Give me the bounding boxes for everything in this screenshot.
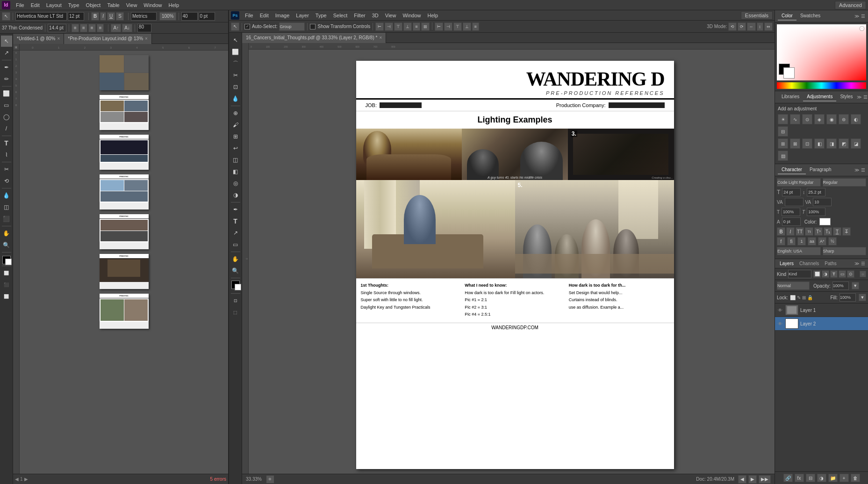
ps-clone-tool[interactable]: ⊞ bbox=[230, 131, 241, 142]
font-name-input[interactable] bbox=[15, 12, 67, 21]
align-bottom[interactable]: ⊞ bbox=[421, 22, 430, 31]
ps-eyedropper-tool[interactable]: 💧 bbox=[230, 93, 241, 104]
align-top[interactable]: ⊥ bbox=[403, 22, 412, 31]
font-size-input[interactable] bbox=[68, 12, 84, 21]
char-aa-btn[interactable]: aa bbox=[808, 237, 816, 246]
fill-dropdown[interactable]: ▼ bbox=[859, 294, 866, 301]
adj-color-lookup[interactable]: ⊠ bbox=[790, 138, 800, 149]
menu-edit-id[interactable]: Edit bbox=[28, 1, 43, 9]
char-style-select[interactable]: Regular bbox=[823, 178, 867, 187]
adj-bw[interactable]: ◐ bbox=[851, 114, 861, 124]
adj-brightness[interactable]: ☀ bbox=[778, 114, 788, 124]
leading-input[interactable] bbox=[181, 12, 198, 21]
char-small-caps-btn[interactable]: Tt bbox=[805, 227, 813, 236]
page-thumb-4[interactable]: PREDYNC bbox=[100, 174, 149, 209]
color-gradient-container[interactable] bbox=[777, 24, 866, 80]
distribute-right[interactable]: ⊤ bbox=[453, 22, 462, 31]
ps-status-icon[interactable]: ⊕ bbox=[266, 476, 274, 483]
color-panel-collapse[interactable]: ≫ bbox=[854, 14, 859, 19]
3d-roll[interactable]: ⟳ bbox=[738, 22, 746, 31]
opacity-dropdown[interactable]: ▼ bbox=[852, 282, 859, 289]
ps-blur-tool[interactable]: ◎ bbox=[230, 178, 241, 189]
auto-select-checkbox[interactable]: ✓ bbox=[244, 24, 250, 29]
ps-pen-tool[interactable]: ✒ bbox=[230, 204, 241, 215]
lock-position-icon[interactable]: ✎ bbox=[797, 295, 801, 300]
menu-view-id[interactable]: View bbox=[123, 1, 140, 9]
distribute-center-h[interactable]: ⊣ bbox=[444, 22, 452, 31]
layers-link-btn[interactable]: 🔗 bbox=[783, 474, 793, 482]
layers-fx-btn[interactable]: fx bbox=[795, 474, 804, 482]
background-box[interactable] bbox=[783, 67, 795, 79]
menu-image-ps[interactable]: Image bbox=[273, 12, 293, 19]
lock-pixel-icon[interactable]: ⬜ bbox=[790, 295, 796, 300]
tab-character[interactable]: Character bbox=[778, 166, 806, 174]
ps-nav-play[interactable]: ▶ bbox=[748, 475, 757, 484]
tab-swatches[interactable]: Swatches bbox=[796, 12, 824, 21]
char-aa-select[interactable]: Sharp bbox=[823, 247, 867, 255]
ps-history-brush[interactable]: ↩ bbox=[230, 143, 241, 154]
menu-layout-id[interactable]: Layout bbox=[43, 1, 65, 9]
char-panel-collapse[interactable]: ≫ bbox=[854, 167, 859, 173]
align-right[interactable]: ⊤ bbox=[394, 22, 402, 31]
color-panel-menu[interactable]: ☰ bbox=[861, 14, 865, 19]
char-color-swatch[interactable] bbox=[819, 218, 831, 225]
id-scissors-tool[interactable]: ✂ bbox=[1, 164, 12, 175]
ps-brush-tool[interactable]: 🖌 bbox=[230, 119, 241, 130]
ps-gradient-tool[interactable]: ◧ bbox=[230, 166, 241, 177]
adj-panel-menu[interactable]: ☰ bbox=[863, 94, 868, 100]
menu-table-id[interactable]: Table bbox=[104, 1, 122, 9]
char-super-btn[interactable]: T¹ bbox=[814, 227, 823, 236]
char-font-select[interactable]: Code Light Regular bbox=[777, 178, 821, 187]
ps-lasso-tool[interactable]: ⌒ bbox=[230, 58, 241, 69]
ps-canvas-scroll[interactable]: WANDERING D PRE-PRODUCTION REFERENCES JO… bbox=[249, 50, 775, 474]
ps-zoom-tool[interactable]: 🔍 bbox=[230, 265, 241, 276]
char-vscale-input[interactable] bbox=[807, 208, 825, 216]
ps-quick-select[interactable]: ✂ bbox=[230, 70, 241, 81]
char-hscale-input[interactable] bbox=[782, 208, 800, 216]
char-sub-btn[interactable]: T₁ bbox=[824, 227, 832, 236]
tab-layers[interactable]: Layers bbox=[778, 260, 796, 267]
id-pencil-tool[interactable]: ✏ bbox=[1, 73, 12, 85]
layers-group-btn[interactable]: 📁 bbox=[828, 474, 838, 482]
filter-type-icon[interactable]: T bbox=[830, 270, 838, 278]
char-italic-btn[interactable]: I bbox=[786, 227, 795, 236]
tab-close-1[interactable]: × bbox=[57, 36, 60, 41]
char-bold-btn[interactable]: B bbox=[777, 227, 785, 236]
adj-channel-mix[interactable]: ⊞ bbox=[778, 138, 788, 149]
adj-levels[interactable]: ▤ bbox=[778, 151, 788, 161]
menu-type-id[interactable]: Type bbox=[65, 1, 82, 9]
adj-photo-filter[interactable]: ⊟ bbox=[778, 126, 788, 137]
kern-input[interactable]: 80 bbox=[137, 24, 151, 32]
tab-styles[interactable]: Styles bbox=[836, 93, 856, 101]
menu-help-id[interactable]: Help bbox=[165, 1, 182, 9]
indesign-tab-untitled[interactable]: *Untitled-1 @ 80% × bbox=[13, 34, 64, 44]
char-track-input[interactable] bbox=[813, 198, 832, 206]
id-button-tool[interactable]: ⬛ bbox=[1, 213, 12, 224]
char-under-btn[interactable]: T bbox=[833, 227, 841, 236]
adj-panel-collapse[interactable]: ≫ bbox=[857, 94, 861, 100]
char-size-input[interactable] bbox=[782, 188, 801, 196]
layer-vis-1[interactable]: 👁 bbox=[777, 307, 783, 313]
char-baseline-input[interactable] bbox=[782, 217, 801, 226]
id-view-bleed[interactable]: ⬛ bbox=[1, 279, 12, 290]
page-thumb-1[interactable] bbox=[100, 55, 149, 90]
char-oldnum-btn[interactable]: 1 bbox=[797, 237, 806, 246]
3d-pan[interactable]: ↔ bbox=[747, 22, 756, 31]
italic-btn[interactable]: I bbox=[100, 12, 106, 21]
id-frame-tool[interactable]: ⬜ bbox=[1, 88, 12, 99]
filter-pixel-icon[interactable]: ⬜ bbox=[813, 270, 821, 278]
photoshop-doc-tab[interactable]: 16_Cancers_Initial_Thoughts.pdf @ 33.33%… bbox=[242, 33, 386, 43]
id-select-tool[interactable]: ↖ bbox=[1, 36, 12, 47]
justify-btn[interactable]: ≡ bbox=[97, 24, 104, 32]
ps-nav-next[interactable]: ▶▶ bbox=[759, 475, 771, 484]
blend-mode-select[interactable]: Normal bbox=[777, 282, 810, 290]
ps-eraser-tool[interactable]: ◫ bbox=[230, 154, 241, 166]
3d-scale[interactable]: ⇔ bbox=[764, 22, 773, 31]
id-view-slug[interactable]: ⬜ bbox=[1, 291, 12, 302]
lock-artboard-icon[interactable]: ⊞ bbox=[802, 295, 806, 300]
adj-selective-color[interactable]: ◪ bbox=[851, 138, 861, 149]
menu-file-id[interactable]: File bbox=[13, 1, 27, 9]
ps-hand-tool[interactable]: ✋ bbox=[230, 253, 241, 265]
color-spectrum[interactable] bbox=[777, 82, 866, 89]
id-rect-tool[interactable]: ▭ bbox=[1, 100, 12, 111]
